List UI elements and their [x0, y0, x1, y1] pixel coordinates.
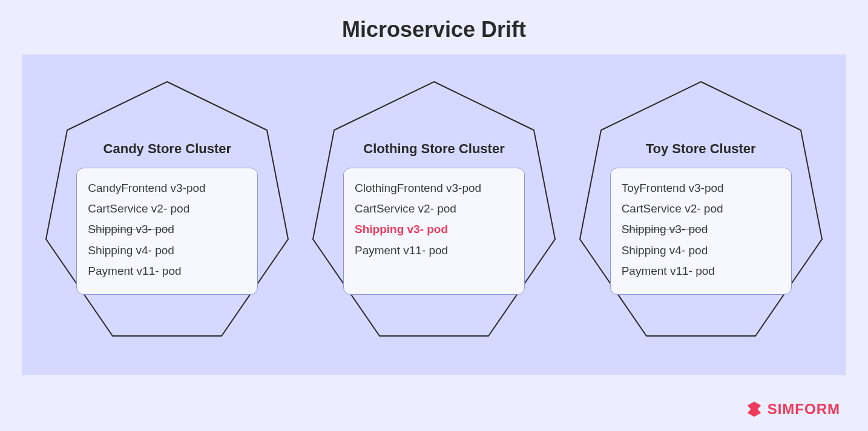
- diagram-title: Microservice Drift: [0, 0, 868, 54]
- cluster-title: Clothing Store Cluster: [343, 141, 525, 157]
- cluster-title: Toy Store Cluster: [610, 141, 792, 157]
- brand-logo: SIMFORM: [746, 401, 840, 418]
- pod-item: CartService v2- pod: [355, 199, 513, 219]
- simform-logo-icon: [746, 401, 763, 418]
- pod-item-drift: Shipping v3- pod: [355, 219, 513, 240]
- pod-item-strike: Shipping v3- pod: [88, 219, 246, 240]
- pod-item-strike: Shipping v3- pod: [622, 219, 780, 240]
- pod-box: CandyFrontend v3-pod CartService v2- pod…: [76, 168, 258, 295]
- cluster-candy: Candy Store Cluster CandyFrontend v3-pod…: [40, 76, 294, 354]
- pod-item: CartService v2- pod: [88, 199, 246, 219]
- pod-item: Payment v11- pod: [88, 261, 246, 281]
- pod-box: ClothingFrontend v3-pod CartService v2- …: [343, 168, 525, 295]
- cluster-toy: Toy Store Cluster ToyFrontend v3-pod Car…: [574, 76, 828, 354]
- brand-text: SIMFORM: [768, 401, 840, 418]
- pod-item: Payment v11- pod: [622, 261, 780, 281]
- pod-item: CandyFrontend v3-pod: [88, 178, 246, 199]
- cluster-clothing: Clothing Store Cluster ClothingFrontend …: [307, 76, 561, 354]
- pod-item: Shipping v4- pod: [622, 240, 780, 261]
- pod-item: Shipping v4- pod: [88, 240, 246, 261]
- pod-item: ClothingFrontend v3-pod: [355, 178, 513, 199]
- cluster-title: Candy Store Cluster: [76, 141, 258, 157]
- pod-item: CartService v2- pod: [622, 199, 780, 219]
- pod-item: ToyFrontend v3-pod: [622, 178, 780, 199]
- pod-item: Payment v11- pod: [355, 240, 513, 261]
- clusters-panel: Candy Store Cluster CandyFrontend v3-pod…: [22, 54, 846, 375]
- pod-box: ToyFrontend v3-pod CartService v2- pod S…: [610, 168, 792, 295]
